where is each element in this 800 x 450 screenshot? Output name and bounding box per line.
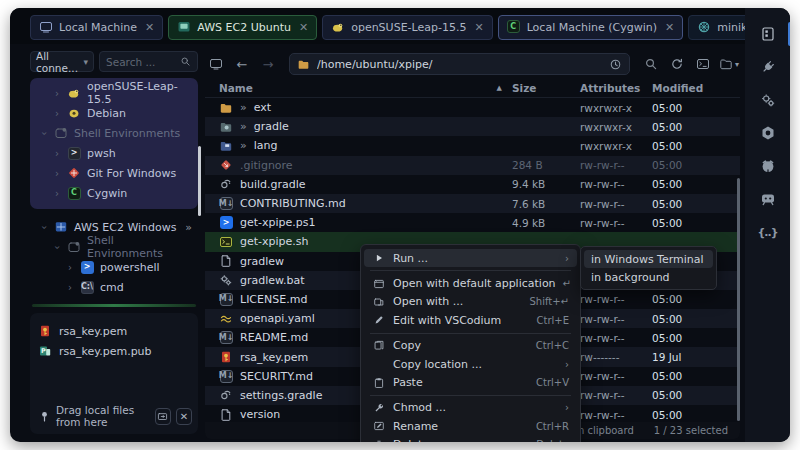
sidebar-item-powershell[interactable]: ›>powershell <box>30 257 198 277</box>
file-name: README.md <box>240 331 308 344</box>
connection-search-input[interactable] <box>106 56 180 68</box>
menu-item-chmod[interactable]: Chmod ...› <box>364 399 577 417</box>
chevron-right-icon[interactable]: › <box>53 188 61 199</box>
sidebar-scrollbar[interactable] <box>198 146 201 216</box>
rail-hexagon-badge-icon[interactable] <box>755 123 781 143</box>
expand-folder-icon[interactable]: » <box>240 139 247 152</box>
sidebar-item-label: Debian <box>87 107 126 120</box>
rail-connections-icon[interactable] <box>755 24 781 44</box>
aws-connection-tree: ›AWS EC2 Windows»›Shell Environments›>po… <box>30 217 198 297</box>
path-field[interactable]: /home/ubuntu/xpipe/ <box>289 53 630 75</box>
submenu-item-in-windows-terminal[interactable]: in Windows Terminal <box>584 250 713 268</box>
menu-item-open-with[interactable]: Open with ...Shift+↵ <box>364 293 577 311</box>
rail-plug-icon[interactable] <box>755 57 781 77</box>
folder-icon <box>219 101 233 115</box>
connections-sidebar: All conne... ▾ ›openSUSE-Leap-15.5›Debia… <box>30 44 198 442</box>
sidebar-item-pwsh[interactable]: ›>pwsh <box>30 143 198 163</box>
file-attributes: rw-rw-r-- <box>580 389 652 401</box>
expand-folder-icon[interactable]: » <box>240 120 247 133</box>
submenu-item-in-background[interactable]: in background <box>584 268 713 286</box>
run-icon <box>372 252 386 265</box>
sidebar-item-git-for-windows[interactable]: ›Git For Windows <box>30 163 198 183</box>
chevron-down-icon[interactable]: › <box>39 223 50 231</box>
menu-divider <box>370 270 571 271</box>
column-name[interactable]: Name <box>219 82 253 94</box>
tab-opensuse-leap-15-5[interactable]: openSUSE-Leap-15.5✕ <box>322 15 493 40</box>
file-row-lang[interactable]: »langrwxrwxr-x05:00 <box>205 136 740 155</box>
file-row--gitignore[interactable]: .gitignore284 Brw-rw-r--05:00 <box>205 156 740 175</box>
close-icon[interactable]: ✕ <box>145 21 154 34</box>
chevron-right-icon[interactable]: › <box>66 282 74 293</box>
copy-icon <box>372 339 386 352</box>
rail-api-icon[interactable]: {..} <box>755 222 781 242</box>
menu-item-delete[interactable]: DeleteDelete <box>364 436 577 442</box>
chevron-right-icon[interactable]: › <box>53 108 61 119</box>
terminal-button[interactable] <box>692 54 714 74</box>
file-row-get-xpipe-ps1[interactable]: >get-xpipe.ps14.9 kBrw-rw-r--05:00 <box>205 213 740 232</box>
close-icon[interactable]: ✕ <box>665 21 674 34</box>
rail-github-icon[interactable] <box>755 156 781 176</box>
markdown-icon: M↓ <box>219 292 233 306</box>
sidebar-item-cmd[interactable]: ›C:\cmd <box>30 277 198 297</box>
close-icon[interactable]: ✕ <box>299 21 308 34</box>
menu-item-rename[interactable]: RenameCtrl+R <box>364 417 577 435</box>
lang-folder-icon <box>219 139 233 153</box>
add-local-file-button[interactable] <box>155 408 171 425</box>
local-file-rsa-key-pem-pub[interactable]: Prsa_key.pem.pub <box>38 341 192 361</box>
file-list-scrollbar[interactable] <box>737 178 740 421</box>
local-file-rsa-key-pem[interactable]: rsa_key.pem <box>38 321 192 341</box>
connection-filter-dropdown[interactable]: All conne... ▾ <box>30 51 94 72</box>
local-file-label: rsa_key.pem.pub <box>59 345 152 358</box>
clear-local-files-button[interactable]: ✕ <box>176 408 192 425</box>
gears-icon <box>219 273 233 287</box>
file-row-CONTRIBUTING-md[interactable]: M↓CONTRIBUTING.md7.6 kBrw-rw-r--05:00 <box>205 194 740 213</box>
tab-local-machine-cygwin-[interactable]: CLocal Machine (Cygwin)✕ <box>498 15 684 40</box>
column-modified[interactable]: Modified <box>652 82 740 94</box>
column-size[interactable]: Size <box>512 82 580 94</box>
menu-item-copy-location[interactable]: Copy location ...› <box>364 355 577 373</box>
expand-all-icon[interactable]: » <box>185 221 192 234</box>
git-icon <box>219 158 233 172</box>
menu-item-label: Open with default application <box>393 277 556 290</box>
back-button[interactable]: ← <box>231 54 253 74</box>
refresh-button[interactable] <box>666 54 688 74</box>
minikube-icon <box>697 20 711 34</box>
open-terminal-here-button[interactable] <box>205 54 227 74</box>
sidebar-item-shell-environments[interactable]: ›Shell Environments <box>30 237 198 257</box>
debian-icon <box>67 106 81 120</box>
menu-shortcut: Ctrl+R <box>536 421 569 432</box>
current-path: /home/ubuntu/xpipe/ <box>317 58 602 71</box>
expand-folder-icon[interactable]: » <box>240 101 247 114</box>
file-row-gradle[interactable]: »gradlerwxrwxr-x05:00 <box>205 117 740 136</box>
file-row-ext[interactable]: »extrwxrwxr-x05:00 <box>205 98 740 117</box>
file-attributes: rwxrwxr-x <box>580 121 652 133</box>
file-row-build-gradle[interactable]: build.gradle9.4 kBrw-rw-r--05:00 <box>205 175 740 194</box>
rail-discord-icon[interactable] <box>755 189 781 209</box>
sidebar-item-shell-environments[interactable]: ›Shell Environments <box>30 123 198 143</box>
menu-item-run[interactable]: Run ...› <box>364 249 577 267</box>
menu-item-edit-with-vscodium[interactable]: Edit with VSCodiumCtrl+E <box>364 311 577 329</box>
file-modified: 05:00 <box>652 217 740 229</box>
rail-scripts-icon[interactable] <box>755 90 781 110</box>
column-attributes[interactable]: Attributes <box>580 82 652 94</box>
forward-button[interactable]: → <box>257 54 279 74</box>
chevron-down-icon[interactable]: › <box>39 129 50 137</box>
chevron-right-icon[interactable]: › <box>53 168 61 179</box>
view-options-button[interactable]: ▾ <box>718 54 740 74</box>
chevron-right-icon[interactable]: › <box>53 88 61 99</box>
sidebar-item-debian[interactable]: ›Debian <box>30 103 198 123</box>
tab-local-machine[interactable]: Local Machine✕ <box>30 15 163 40</box>
chevron-down-icon[interactable]: › <box>52 243 63 251</box>
tab-aws-ec2-ubuntu[interactable]: AWS EC2 Ubuntu✕ <box>168 15 317 40</box>
sidebar-item-opensuse-leap-15-5[interactable]: ›openSUSE-Leap-15.5 <box>30 83 198 103</box>
search-files-button[interactable] <box>640 54 662 74</box>
chevron-right-icon[interactable]: › <box>53 148 61 159</box>
sidebar-item-cygwin[interactable]: ›CCygwin <box>30 183 198 203</box>
close-icon[interactable]: ✕ <box>474 21 483 34</box>
connection-search[interactable] <box>99 51 198 72</box>
menu-item-paste[interactable]: PasteCtrl+V <box>364 373 577 391</box>
menu-item-open-with-default-application[interactable]: Open with default application↵ <box>364 274 577 292</box>
history-icon[interactable] <box>609 58 622 71</box>
chevron-right-icon[interactable]: › <box>66 262 74 273</box>
menu-item-copy[interactable]: CopyCtrl+C <box>364 337 577 355</box>
